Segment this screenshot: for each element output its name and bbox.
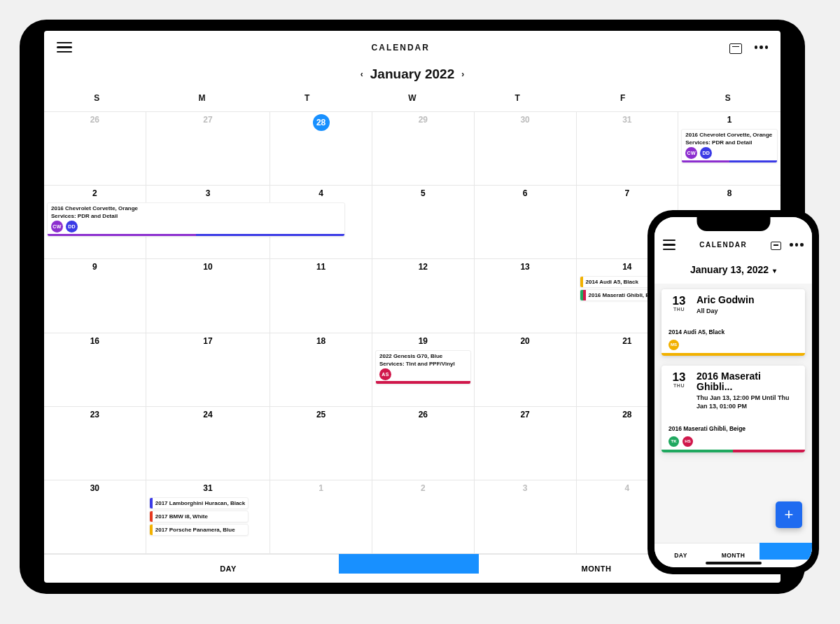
day-number: 26 — [44, 115, 146, 125]
event-stripe — [150, 511, 153, 522]
calendar-cell[interactable]: 26 — [44, 112, 146, 186]
dow-label: M — [149, 88, 254, 111]
calendar-cell[interactable]: 12016 Chevrolet Corvette, OrangeServices… — [678, 112, 780, 186]
menu-icon[interactable] — [663, 237, 676, 253]
day-number: 25 — [270, 410, 372, 420]
assignee-chip: CW — [51, 221, 63, 233]
add-button[interactable]: + — [776, 501, 802, 528]
day-number: 3 — [146, 188, 270, 198]
calendar-cell[interactable]: 31 — [577, 112, 679, 186]
dow-label: S — [676, 88, 780, 111]
chevron-down-icon: ▾ — [773, 267, 776, 275]
calendar-event[interactable]: 2016 Chevrolet Corvette, OrangeServices:… — [47, 202, 345, 237]
tablet-header: CALENDAR — [44, 31, 780, 64]
calendar-cell[interactable]: 25 — [270, 407, 372, 480]
day-of-week-header: SMTWTFS — [44, 88, 780, 111]
calendar-event-pill[interactable]: 2017 Porsche Panamera, Blue — [149, 524, 249, 536]
calendar-cell[interactable]: 30 — [475, 112, 577, 186]
calendar-cell[interactable]: 10 — [146, 259, 271, 333]
event-stripe — [580, 277, 583, 287]
calendar-event[interactable]: 2016 Chevrolet Corvette, OrangeServices:… — [681, 129, 778, 163]
next-month-button[interactable]: › — [461, 69, 464, 79]
event-vehicle: 2017 Lamborghini Huracan, Black — [155, 500, 246, 506]
agenda-card[interactable]: 13THUAric GodwinAll Day2014 Audi A5, Bla… — [662, 289, 805, 355]
assignee-chip: DD — [700, 147, 712, 159]
day-number: 5 — [372, 188, 474, 198]
day-number: 6 — [475, 188, 576, 198]
date-selector[interactable]: January 13, 2022▾ — [654, 258, 812, 284]
calendar-cell[interactable]: 13 — [475, 259, 577, 333]
day-number: 10 — [146, 262, 270, 272]
calendar-cell[interactable]: 23 — [44, 407, 146, 480]
assignee-chip: AS — [379, 368, 391, 380]
event-services: Services: Tint and PPF/Vinyl — [379, 361, 467, 367]
day-number: 23 — [44, 410, 146, 420]
calendar-cell[interactable]: 28 — [270, 112, 372, 186]
prev-month-button[interactable]: ‹ — [360, 69, 363, 79]
event-stripe — [662, 450, 805, 452]
day-number: 28 — [313, 114, 330, 131]
agenda-date-column: 13THU — [668, 371, 690, 411]
calendar-cell[interactable]: 30 — [44, 480, 146, 554]
calendar-cell[interactable]: 16 — [44, 333, 146, 407]
calendar-cell[interactable]: 1 — [270, 480, 372, 554]
calendar-event-pill[interactable]: 2017 Lamborghini Huracan, Black — [149, 497, 249, 509]
agenda-day-number: 13 — [668, 295, 690, 307]
calendar-icon[interactable] — [771, 240, 781, 250]
day-number: 2 — [44, 188, 146, 198]
calendar-cell[interactable]: 12 — [372, 259, 475, 333]
calendar-cell[interactable]: 2 — [372, 480, 475, 554]
more-icon[interactable] — [790, 243, 804, 247]
event-vehicle: 2016 Chevrolet Corvette, Orange — [51, 205, 341, 212]
day-number: 20 — [475, 336, 576, 346]
menu-icon[interactable] — [57, 39, 72, 55]
phone-screen: CALENDAR January 13, 2022▾ 13THUAric God… — [654, 217, 812, 567]
day-number: 17 — [146, 336, 270, 346]
dow-label: F — [570, 88, 675, 111]
day-number: 30 — [44, 483, 146, 493]
event-vehicle: 2014 Audi A5, Black — [586, 279, 638, 285]
day-number: 1 — [270, 483, 372, 493]
day-number: 12 — [372, 262, 474, 272]
assignee-chip: MS — [668, 340, 679, 350]
calendar-cell[interactable]: 20 — [475, 333, 577, 407]
calendar-icon[interactable] — [729, 41, 742, 54]
calendar-cell[interactable]: 192022 Genesis G70, BlueServices: Tint a… — [372, 333, 475, 407]
day-number: 31 — [146, 483, 270, 493]
calendar-cell[interactable]: 5 — [372, 186, 475, 259]
day-number: 27 — [146, 115, 270, 125]
agenda-card[interactable]: 13THU2016 Maserati Ghibli...Thu Jan 13, … — [662, 366, 805, 452]
page-title: CALENDAR — [372, 43, 430, 53]
calendar-event[interactable]: 2022 Genesis G70, BlueServices: Tint and… — [375, 350, 471, 384]
day-number: 24 — [146, 410, 270, 420]
calendar-cell[interactable]: 9 — [44, 259, 146, 333]
day-number: 18 — [270, 336, 372, 346]
header-actions — [771, 240, 804, 250]
calendar-cell[interactable]: 17 — [146, 333, 271, 407]
day-number: 26 — [372, 410, 474, 420]
day-number: 4 — [270, 188, 372, 198]
agenda-card-time: All Day — [696, 307, 798, 314]
calendar-cell[interactable]: 312017 Lamborghini Huracan, Black2017 BM… — [146, 480, 271, 554]
calendar-cell[interactable]: 18 — [270, 333, 372, 407]
calendar-cell[interactable]: 27 — [146, 112, 271, 186]
day-number: 16 — [44, 336, 146, 346]
calendar-cell[interactable]: 24 — [146, 407, 271, 480]
calendar-cell[interactable]: 27 — [475, 407, 577, 480]
header-actions — [729, 41, 769, 54]
assignee-chips: AS — [379, 368, 467, 380]
calendar-cell[interactable]: 6 — [475, 186, 577, 259]
calendar-cell[interactable]: 22016 Chevrolet Corvette, OrangeServices… — [44, 186, 146, 259]
tab-day[interactable]: DAY — [654, 543, 707, 567]
assignee-chips: TKHS — [668, 436, 798, 447]
calendar-event-pill[interactable]: 2017 BMW i8, White — [149, 511, 249, 522]
page-title: CALENDAR — [699, 241, 747, 249]
more-icon[interactable] — [755, 46, 769, 49]
calendar-cell[interactable]: 11 — [270, 259, 372, 333]
dow-label: S — [44, 88, 149, 111]
calendar-cell[interactable]: 26 — [372, 407, 475, 480]
calendar-cell[interactable]: 29 — [372, 112, 475, 186]
assignee-chips: MS — [668, 340, 798, 350]
calendar-cell[interactable]: 3 — [475, 480, 577, 554]
month-selector: ‹ January 2022 › — [44, 64, 780, 88]
